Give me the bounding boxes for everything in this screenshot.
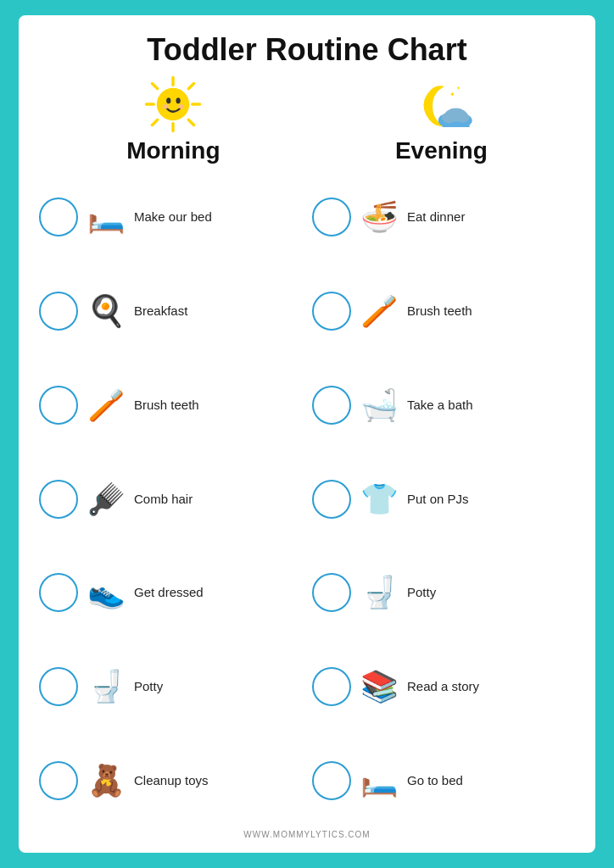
sun-icon — [143, 75, 203, 134]
checkbox-go-to-bed[interactable] — [312, 761, 351, 800]
task-icon-comb-hair: 🪮 — [83, 476, 129, 522]
task-row-brush-teeth-e: 🪥Brush teeth — [312, 267, 575, 356]
morning-header: Morning — [126, 75, 220, 164]
task-row-make-bed: 🛏️Make our bed — [39, 173, 302, 262]
task-row-go-to-bed: 🛏️Go to bed — [312, 736, 575, 825]
task-icon-take-bath: 🛁 — [356, 382, 402, 428]
task-row-potty-m: 🚽Potty — [39, 643, 302, 732]
task-label-comb-hair: Comb hair — [134, 492, 193, 507]
task-label-breakfast: Breakfast — [134, 303, 187, 319]
task-icon-cleanup-toys: 🧸 — [83, 758, 129, 804]
checkbox-brush-teeth-e[interactable] — [312, 292, 351, 331]
task-icon-go-to-bed: 🛏️ — [356, 758, 402, 804]
moon-icon: ✦ ✦ — [407, 80, 475, 134]
svg-point-12 — [178, 104, 184, 108]
svg-line-4 — [153, 84, 158, 89]
task-row-breakfast: 🍳Breakfast — [39, 267, 302, 356]
task-row-take-bath: 🛁Take a bath — [312, 360, 575, 449]
task-row-comb-hair: 🪮Comb hair — [39, 454, 302, 543]
evening-label: Evening — [395, 137, 488, 164]
morning-column: 🛏️Make our bed🍳Breakfast🪥Brush teeth🪮Com… — [39, 173, 302, 825]
task-label-go-to-bed: Go to bed — [407, 773, 463, 788]
task-label-get-dressed: Get dressed — [134, 585, 204, 600]
svg-line-5 — [189, 120, 194, 125]
task-icon-get-dressed: 👟 — [83, 570, 129, 615]
svg-point-21 — [442, 112, 457, 123]
task-icon-potty-m: 🚽 — [83, 664, 129, 709]
checkbox-potty-e[interactable] — [312, 573, 351, 612]
evening-column: 🍜Eat dinner🪥Brush teeth🛁Take a bath👕Put … — [312, 173, 575, 825]
task-row-read-story: 📚Read a story — [312, 643, 575, 732]
checkbox-put-on-pjs[interactable] — [312, 480, 351, 519]
task-label-eat-dinner: Eat dinner — [407, 209, 465, 225]
checkbox-take-bath[interactable] — [312, 386, 351, 425]
checkbox-brush-teeth-m[interactable] — [39, 386, 78, 425]
checkbox-comb-hair[interactable] — [39, 480, 78, 519]
task-label-potty-e: Potty — [407, 585, 436, 600]
svg-point-9 — [166, 97, 170, 103]
task-label-make-bed: Make our bed — [134, 209, 212, 225]
svg-line-6 — [189, 84, 194, 89]
task-icon-breakfast: 🍳 — [83, 288, 129, 334]
page: Toddler Routine Chart — [19, 15, 595, 853]
task-label-potty-m: Potty — [134, 679, 163, 694]
task-label-cleanup-toys: Cleanup toys — [134, 773, 209, 788]
task-row-potty-e: 🚽Potty — [312, 548, 575, 637]
task-icon-eat-dinner: 🍜 — [356, 194, 402, 240]
task-icon-make-bed: 🛏️ — [83, 194, 129, 240]
checkbox-get-dressed[interactable] — [39, 573, 78, 612]
svg-point-10 — [176, 97, 181, 103]
page-title: Toddler Routine Chart — [147, 32, 466, 68]
morning-label: Morning — [126, 137, 220, 164]
checkbox-potty-m[interactable] — [39, 667, 78, 706]
task-row-cleanup-toys: 🧸Cleanup toys — [39, 736, 302, 825]
svg-text:✦: ✦ — [456, 86, 460, 91]
task-row-brush-teeth-m: 🪥Brush teeth — [39, 360, 302, 449]
task-row-eat-dinner: 🍜Eat dinner — [312, 173, 575, 262]
task-label-put-on-pjs: Put on PJs — [407, 492, 469, 507]
task-row-get-dressed: 👟Get dressed — [39, 548, 302, 637]
task-label-brush-teeth-m: Brush teeth — [134, 398, 199, 413]
task-icon-read-story: 📚 — [356, 664, 402, 709]
task-icon-potty-e: 🚽 — [356, 570, 402, 615]
footer: WWW.MOMMYLYTICS.COM — [243, 830, 370, 839]
checkbox-make-bed[interactable] — [39, 198, 78, 236]
task-label-take-bath: Take a bath — [407, 398, 473, 413]
task-row-put-on-pjs: 👕Put on PJs — [312, 454, 575, 543]
svg-point-11 — [163, 104, 169, 108]
task-icon-brush-teeth-e: 🪥 — [356, 288, 402, 334]
two-columns: 🛏️Make our bed🍳Breakfast🪥Brush teeth🪮Com… — [39, 173, 575, 825]
checkbox-read-story[interactable] — [312, 667, 351, 706]
svg-point-22 — [456, 113, 470, 122]
evening-header: ✦ ✦ Evening — [395, 80, 488, 164]
svg-line-7 — [153, 120, 158, 125]
svg-point-8 — [157, 88, 190, 121]
columns-header: Morning ✦ ✦ Evening — [39, 75, 575, 164]
checkbox-breakfast[interactable] — [39, 292, 78, 331]
task-label-brush-teeth-e: Brush teeth — [407, 303, 472, 319]
checkbox-cleanup-toys[interactable] — [39, 761, 78, 800]
svg-text:✦: ✦ — [449, 91, 455, 98]
task-icon-put-on-pjs: 👕 — [356, 476, 402, 522]
task-icon-brush-teeth-m: 🪥 — [83, 382, 129, 428]
task-label-read-story: Read a story — [407, 679, 479, 694]
checkbox-eat-dinner[interactable] — [312, 198, 351, 236]
